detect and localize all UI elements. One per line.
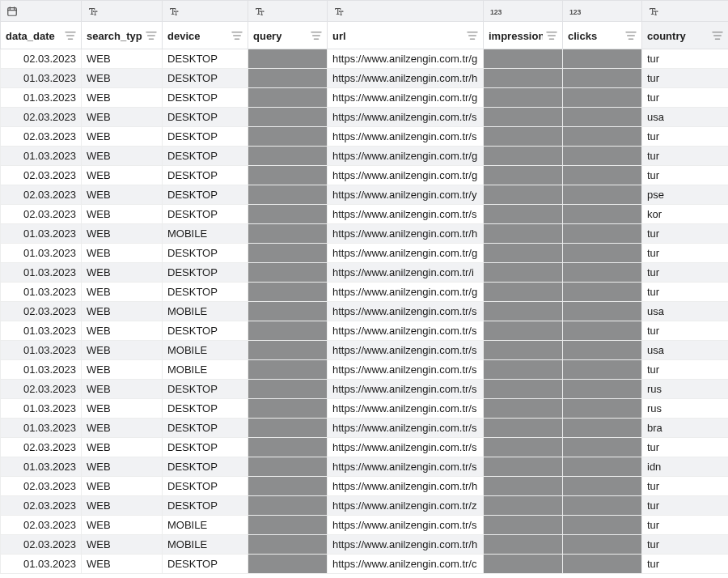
cell-query[interactable]: [248, 185, 328, 205]
cell-data_date[interactable]: 01.03.2023: [1, 457, 82, 477]
cell-clicks[interactable]: [563, 166, 642, 185]
cell-url[interactable]: https://www.anilzengin.com.tr/s: [328, 302, 484, 321]
cell-query[interactable]: [248, 399, 328, 419]
cell-device[interactable]: DESKTOP: [163, 438, 248, 457]
cell-clicks[interactable]: [563, 302, 642, 321]
cell-url[interactable]: https://www.anilzengin.com.tr/h: [328, 535, 484, 555]
table-row[interactable]: 02.03.2023WEBDESKTOPhttps://www.anilzeng…: [1, 496, 729, 516]
cell-search_type[interactable]: WEB: [82, 302, 163, 321]
cell-country[interactable]: idn: [642, 457, 729, 477]
cell-search_type[interactable]: WEB: [82, 399, 163, 419]
column-header-search_type[interactable]: search_typ: [82, 22, 163, 49]
cell-query[interactable]: [248, 496, 328, 516]
cell-impressions[interactable]: [484, 360, 563, 380]
cell-clicks[interactable]: [563, 380, 642, 399]
cell-url[interactable]: https://www.anilzengin.com.tr/s: [328, 341, 484, 360]
cell-url[interactable]: https://www.anilzengin.com.tr/h: [328, 477, 484, 496]
cell-country[interactable]: tur: [642, 321, 729, 341]
cell-clicks[interactable]: [563, 185, 642, 205]
cell-data_date[interactable]: 02.03.2023: [1, 302, 82, 321]
cell-device[interactable]: DESKTOP: [163, 457, 248, 477]
filter-icon[interactable]: [311, 31, 322, 40]
cell-query[interactable]: [248, 49, 328, 69]
cell-clicks[interactable]: [563, 555, 642, 574]
cell-data_date[interactable]: 01.03.2023: [1, 283, 82, 302]
table-row[interactable]: 01.03.2023WEBDESKTOPhttps://www.anilzeng…: [1, 555, 729, 574]
column-type-query[interactable]: [248, 1, 328, 22]
cell-data_date[interactable]: 01.03.2023: [1, 88, 82, 108]
cell-device[interactable]: DESKTOP: [163, 127, 248, 147]
cell-impressions[interactable]: [484, 516, 563, 535]
cell-url[interactable]: https://www.anilzengin.com.tr/h: [328, 224, 484, 244]
cell-query[interactable]: [248, 283, 328, 302]
cell-impressions[interactable]: [484, 244, 563, 263]
cell-country[interactable]: tur: [642, 88, 729, 108]
cell-clicks[interactable]: [563, 535, 642, 555]
cell-search_type[interactable]: WEB: [82, 496, 163, 516]
cell-search_type[interactable]: WEB: [82, 535, 163, 555]
cell-search_type[interactable]: WEB: [82, 457, 163, 477]
cell-country[interactable]: tur: [642, 224, 729, 244]
cell-clicks[interactable]: [563, 360, 642, 380]
cell-country[interactable]: tur: [642, 263, 729, 283]
table-row[interactable]: 02.03.2023WEBDESKTOPhttps://www.anilzeng…: [1, 127, 729, 147]
cell-impressions[interactable]: [484, 496, 563, 516]
column-type-search_type[interactable]: [82, 1, 163, 22]
cell-impressions[interactable]: [484, 147, 563, 166]
cell-country[interactable]: rus: [642, 399, 729, 419]
cell-search_type[interactable]: WEB: [82, 69, 163, 88]
cell-impressions[interactable]: [484, 69, 563, 88]
cell-search_type[interactable]: WEB: [82, 244, 163, 263]
cell-search_type[interactable]: WEB: [82, 516, 163, 535]
table-row[interactable]: 01.03.2023WEBDESKTOPhttps://www.anilzeng…: [1, 88, 729, 108]
cell-query[interactable]: [248, 302, 328, 321]
cell-device[interactable]: DESKTOP: [163, 108, 248, 127]
cell-query[interactable]: [248, 535, 328, 555]
cell-impressions[interactable]: [484, 302, 563, 321]
cell-impressions[interactable]: [484, 88, 563, 108]
cell-impressions[interactable]: [484, 477, 563, 496]
cell-country[interactable]: kor: [642, 205, 729, 224]
cell-url[interactable]: https://www.anilzengin.com.tr/s: [328, 127, 484, 147]
table-row[interactable]: 01.03.2023WEBDESKTOPhttps://www.anilzeng…: [1, 147, 729, 166]
cell-clicks[interactable]: [563, 419, 642, 438]
cell-device[interactable]: DESKTOP: [163, 477, 248, 496]
cell-query[interactable]: [248, 419, 328, 438]
cell-device[interactable]: DESKTOP: [163, 244, 248, 263]
cell-url[interactable]: https://www.anilzengin.com.tr/z: [328, 496, 484, 516]
cell-url[interactable]: https://www.anilzengin.com.tr/s: [328, 380, 484, 399]
cell-search_type[interactable]: WEB: [82, 419, 163, 438]
cell-impressions[interactable]: [484, 283, 563, 302]
cell-impressions[interactable]: [484, 419, 563, 438]
table-row[interactable]: 01.03.2023WEBMOBILEhttps://www.anilzengi…: [1, 360, 729, 380]
cell-clicks[interactable]: [563, 49, 642, 69]
table-row[interactable]: 02.03.2023WEBDESKTOPhttps://www.anilzeng…: [1, 380, 729, 399]
cell-impressions[interactable]: [484, 341, 563, 360]
column-header-country[interactable]: country: [642, 22, 729, 49]
cell-impressions[interactable]: [484, 224, 563, 244]
cell-device[interactable]: MOBILE: [163, 360, 248, 380]
cell-device[interactable]: DESKTOP: [163, 205, 248, 224]
cell-impressions[interactable]: [484, 380, 563, 399]
cell-clicks[interactable]: [563, 88, 642, 108]
cell-country[interactable]: tur: [642, 127, 729, 147]
column-type-clicks[interactable]: [563, 1, 642, 22]
cell-impressions[interactable]: [484, 457, 563, 477]
cell-device[interactable]: DESKTOP: [163, 88, 248, 108]
filter-icon[interactable]: [65, 31, 76, 40]
cell-search_type[interactable]: WEB: [82, 185, 163, 205]
cell-query[interactable]: [248, 263, 328, 283]
cell-url[interactable]: https://www.anilzengin.com.tr/g: [328, 166, 484, 185]
cell-search_type[interactable]: WEB: [82, 321, 163, 341]
cell-url[interactable]: https://www.anilzengin.com.tr/s: [328, 399, 484, 419]
cell-impressions[interactable]: [484, 49, 563, 69]
column-type-url[interactable]: [328, 1, 484, 22]
cell-data_date[interactable]: 02.03.2023: [1, 496, 82, 516]
filter-icon[interactable]: [146, 31, 157, 40]
cell-url[interactable]: https://www.anilzengin.com.tr/s: [328, 205, 484, 224]
cell-clicks[interactable]: [563, 205, 642, 224]
cell-data_date[interactable]: 02.03.2023: [1, 535, 82, 555]
table-row[interactable]: 02.03.2023WEBDESKTOPhttps://www.anilzeng…: [1, 477, 729, 496]
cell-impressions[interactable]: [484, 263, 563, 283]
cell-url[interactable]: https://www.anilzengin.com.tr/h: [328, 69, 484, 88]
